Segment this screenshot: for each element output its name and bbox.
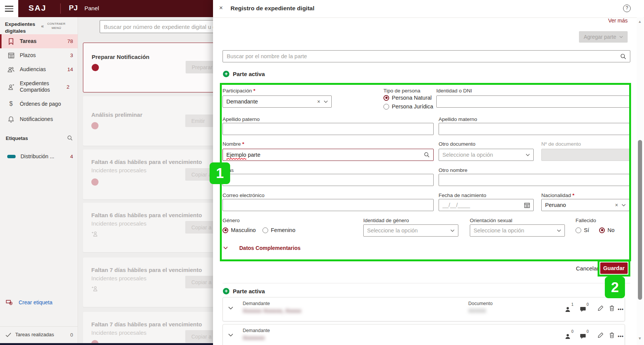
delegated-person-icon [91, 231, 98, 237]
tipo-persona-label: Tipo de persona [383, 88, 420, 94]
radio-icon [383, 104, 389, 110]
clear-icon[interactable]: × [316, 99, 321, 105]
fallecido-label: Fallecido [576, 218, 596, 223]
otro-nombre-input[interactable] [439, 174, 630, 186]
identidad-genero-label: Identidad de género [363, 218, 409, 223]
nombre-label: Nombre [223, 141, 244, 147]
edit-pencil-icon[interactable] [598, 332, 604, 338]
scroll-up-icon[interactable]: ▲ [638, 19, 642, 24]
calendar-icon[interactable] [524, 202, 530, 208]
divider [223, 283, 630, 283]
otro-documento-select[interactable]: Seleccione la opción [439, 149, 534, 161]
comments-count-icon[interactable]: 0 [580, 305, 588, 312]
party-search-box [223, 50, 630, 62]
radio-persona-natural[interactable]: Persona Natural [383, 95, 432, 101]
dni-input[interactable] [436, 95, 630, 108]
sidebar-item-expedientes-compartidos[interactable]: Expedientes Compartidos 2 [0, 78, 78, 95]
sidebar: Expedientes digitales « CONTRAER MENÚ Ta… [0, 17, 78, 345]
etiquetas-section-header: Etiquetas [6, 135, 73, 141]
chevron-down-icon[interactable] [228, 334, 233, 337]
sidebar-item-ordenes-de-pago[interactable]: $ Órdenes de pago [0, 95, 78, 112]
radio-fallecido-si[interactable]: Sí [576, 227, 589, 233]
sidebar-item-notificaciones[interactable]: Notificaciones [0, 112, 78, 126]
radio-persona-juridica[interactable]: Persona Jurídica [383, 103, 433, 110]
sidebar-item-plazos[interactable]: Plazos 3 [0, 48, 78, 62]
topbar-divider [60, 3, 61, 14]
datos-complementarios-toggle[interactable]: Datos Complementarios [223, 245, 301, 251]
sidebar-title: Expedientes digitales [5, 21, 41, 34]
dni-label: Identidad o DNI [436, 88, 472, 94]
plus-circle-icon: + [223, 71, 229, 77]
ver-mas-link[interactable]: Ver más [608, 17, 628, 24]
delete-trash-icon[interactable] [609, 332, 615, 339]
save-button[interactable]: Guardar [600, 262, 628, 274]
correo-input[interactable] [223, 199, 434, 211]
more-options-icon[interactable]: ••• [618, 334, 624, 339]
chevron-down-icon [223, 246, 228, 250]
radio-fallecido-no[interactable]: No [599, 227, 615, 233]
scroll-down-icon[interactable]: ▼ [638, 336, 642, 340]
radio-femenino[interactable]: Femenino [262, 227, 295, 233]
modal-scrollbar[interactable]: ▲ ▼ [637, 17, 644, 345]
comments-count-icon[interactable]: 0 [580, 332, 588, 339]
screen: SAJ PJ Panel Expedientes digitales « CON… [0, 0, 644, 345]
sidebar-tag-distribucion[interactable]: Distribución ... 4 [0, 149, 78, 164]
participacion-label: Participación [223, 88, 255, 94]
help-icon[interactable]: ? [623, 5, 631, 12]
clear-icon[interactable]: × [614, 202, 619, 208]
agregar-parte-button[interactable]: Agregar parte [579, 31, 628, 43]
num-documento-input [541, 149, 630, 161]
search-icon[interactable] [67, 135, 73, 141]
participacion-select[interactable]: Demandante × [223, 95, 332, 108]
alias-input[interactable] [223, 174, 434, 186]
num-documento-label: Nº de documento [541, 141, 581, 147]
registro-expediente-modal: × Registro de expediente digital ? Ver m… [213, 0, 644, 345]
radio-icon [576, 227, 581, 233]
count-badge: 0 [70, 332, 73, 338]
identidad-genero-select[interactable]: Seleccione la opción [363, 224, 458, 237]
close-icon[interactable]: × [219, 4, 223, 12]
hamburger-menu-icon[interactable] [0, 0, 18, 17]
fecha-nacimiento-input[interactable]: __/__/____ [439, 199, 534, 211]
edit-pencil-icon[interactable] [598, 305, 604, 311]
parte-activa-list-header: + Parte activa [223, 288, 265, 294]
chevron-down-icon [526, 154, 530, 156]
scrollbar-thumb[interactable] [638, 140, 642, 300]
nacionalidad-select[interactable]: Peruano × [541, 199, 630, 211]
bell-icon [7, 116, 15, 123]
cancel-button[interactable]: Cancelar [574, 262, 599, 274]
person-count-icon[interactable]: 0 [564, 332, 573, 340]
more-options-icon[interactable]: ••• [618, 307, 624, 312]
modal-header: × Registro de expediente digital ? [213, 0, 644, 18]
annotation-step-1: 1 [210, 162, 230, 184]
nombre-input[interactable]: Ejemplo parte [223, 149, 434, 161]
apellido-materno-input[interactable] [439, 123, 630, 135]
chevron-down-icon [450, 229, 455, 232]
person-count-icon[interactable]: 1 [564, 305, 573, 313]
apellido-paterno-input[interactable] [223, 123, 434, 135]
status-dot [92, 64, 99, 71]
dollar-icon: $ [7, 100, 15, 108]
count-badge: 78 [67, 38, 73, 44]
apellido-materno-label: Apellido materno [439, 116, 477, 122]
collapse-menu-button[interactable]: « CONTRAER MENÚ [41, 22, 67, 30]
party-row[interactable]: Demandante Xxxxxx Xxxxxx, Xxxxx Document… [223, 297, 625, 321]
sidebar-item-audiencias[interactable]: Audiencias 14 [0, 62, 78, 76]
chevron-down-icon[interactable] [228, 307, 233, 310]
party-search-input[interactable] [223, 51, 630, 62]
module-label: PJ [69, 4, 78, 12]
people-icon [7, 66, 15, 73]
annotation-step-2: 2 [605, 277, 625, 298]
party-row[interactable]: Demandante Xxxxxxx 0 0 ••• [223, 324, 625, 345]
radio-selected-icon [223, 227, 228, 233]
orientacion-sexual-select[interactable]: Seleccione la opción [470, 224, 565, 237]
create-tag-button[interactable]: Crear etiqueta [6, 299, 52, 305]
parte-activa-section-header: + Parte activa [223, 71, 265, 77]
radio-masculino[interactable]: Masculino [223, 227, 256, 233]
sidebar-item-tareas[interactable]: Tareas 78 [0, 34, 78, 48]
status-dot [91, 122, 99, 129]
delete-trash-icon[interactable] [609, 305, 615, 312]
chevron-down-icon [324, 100, 328, 103]
bookmark-icon [7, 38, 15, 45]
tareas-realizadas-footer[interactable]: Tareas realizadas 0 [0, 326, 78, 343]
